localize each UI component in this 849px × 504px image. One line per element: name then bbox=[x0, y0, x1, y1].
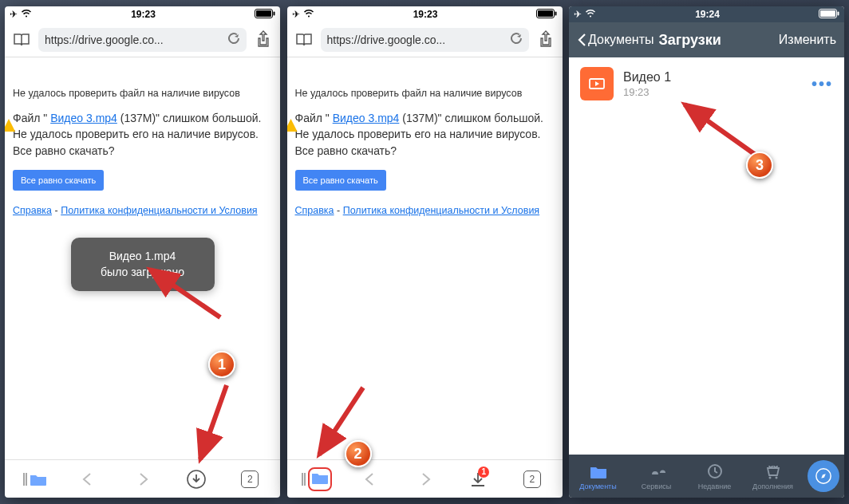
url-field[interactable]: https://drive.google.co... bbox=[321, 28, 529, 52]
svg-rect-16 bbox=[837, 11, 839, 15]
sidebar-toggle-btn[interactable] bbox=[299, 463, 334, 495]
airplane-icon: ✈ bbox=[574, 9, 582, 20]
phone-screen-1: ✈ 19:23 https://drive.google.co... Не у bbox=[5, 6, 280, 498]
browser-toolbar: https://drive.google.co... bbox=[287, 22, 563, 57]
tab-services[interactable]: Сервисы bbox=[633, 463, 681, 490]
download-anyway-button[interactable]: Все равно скачать bbox=[13, 170, 104, 191]
phone-screen-3: ✈ 19:24 Документы Загрузки Изменить Виде… bbox=[569, 6, 844, 498]
virus-warning-body: Файл " Видео 3.mp4 (137M)" слишком больш… bbox=[13, 110, 272, 159]
download-anyway-button[interactable]: Все равно скачать bbox=[295, 170, 386, 191]
download-toast: Видео 1.mp4 было загружено bbox=[71, 238, 215, 291]
share-icon[interactable] bbox=[251, 28, 275, 52]
callout-1: 1 bbox=[208, 351, 235, 378]
folder-icon bbox=[30, 472, 47, 486]
file-list: Видео 1 19:23 ••• bbox=[569, 57, 844, 455]
back-button[interactable]: Документы bbox=[577, 33, 654, 47]
nav-bar: Документы Загрузки Изменить bbox=[569, 22, 844, 57]
nav-title: Загрузки bbox=[658, 32, 721, 49]
status-time: 19:23 bbox=[413, 9, 438, 20]
status-bar: ✈ 19:24 bbox=[569, 6, 844, 22]
wifi-icon bbox=[21, 9, 32, 21]
tab-compass[interactable] bbox=[808, 460, 839, 492]
status-bar: ✈ 19:23 bbox=[5, 6, 280, 22]
url-text: https://drive.google.co... bbox=[45, 33, 223, 46]
browser-toolbar: https://drive.google.co... bbox=[5, 22, 280, 57]
file-time: 19:23 bbox=[623, 86, 802, 98]
tabs-btn[interactable]: 2 bbox=[232, 463, 267, 495]
battery-icon bbox=[819, 9, 839, 21]
footer-links: Справка - Политика конфиденциальности и … bbox=[13, 205, 272, 216]
share-icon[interactable] bbox=[534, 28, 558, 52]
battery-icon bbox=[255, 9, 275, 21]
help-link[interactable]: Справка bbox=[13, 205, 52, 216]
file-name: Видео 1 bbox=[623, 70, 802, 85]
wifi-icon bbox=[303, 9, 314, 21]
svg-rect-9 bbox=[538, 10, 553, 17]
tab-bar: Документы Сервисы Недавние Дополнения bbox=[569, 455, 844, 498]
tab-documents[interactable]: Документы bbox=[575, 463, 622, 490]
tabs-btn[interactable]: 2 bbox=[515, 463, 550, 495]
video-file-icon bbox=[580, 67, 614, 100]
status-time: 19:23 bbox=[131, 9, 156, 20]
edit-button[interactable]: Изменить bbox=[779, 33, 836, 47]
download-badge: 1 bbox=[478, 467, 489, 478]
virus-warning-title: Не удалось проверить файл на наличие вир… bbox=[295, 88, 555, 99]
forward-btn[interactable] bbox=[407, 463, 442, 495]
reload-icon[interactable] bbox=[510, 32, 523, 47]
svg-rect-1 bbox=[256, 10, 271, 17]
airplane-icon: ✈ bbox=[10, 9, 18, 20]
file-link[interactable]: Видео 3.mp4 bbox=[50, 112, 117, 124]
tab-recent[interactable]: Недавние bbox=[691, 463, 739, 490]
privacy-link[interactable]: Политика конфиденциальности и Условия bbox=[61, 205, 257, 216]
folder-highlight bbox=[308, 467, 332, 491]
file-link[interactable]: Видео 3.mp4 bbox=[333, 112, 400, 124]
sidebar-toggle-btn[interactable] bbox=[18, 463, 53, 495]
footer-links: Справка - Политика конфиденциальности и … bbox=[295, 205, 555, 216]
back-btn[interactable] bbox=[353, 463, 389, 495]
bottom-toolbar: 2 bbox=[5, 459, 280, 498]
status-time: 19:24 bbox=[695, 9, 720, 20]
status-bar: ✈ 19:23 bbox=[287, 6, 563, 22]
reload-icon[interactable] bbox=[227, 32, 240, 47]
virus-warning-body: Файл " Видео 3.mp4 (137M)" слишком больш… bbox=[295, 110, 555, 159]
downloads-btn[interactable] bbox=[179, 463, 214, 495]
page-content: Не удалось проверить файл на наличие вир… bbox=[287, 57, 563, 459]
file-meta: Видео 1 19:23 bbox=[623, 70, 802, 98]
svg-rect-10 bbox=[555, 11, 557, 15]
tab-addons[interactable]: Дополнения bbox=[749, 463, 797, 490]
svg-point-21 bbox=[775, 476, 777, 478]
svg-rect-15 bbox=[820, 10, 835, 17]
battery-icon bbox=[536, 9, 557, 21]
airplane-icon: ✈ bbox=[292, 9, 300, 20]
downloads-btn[interactable]: 1 bbox=[460, 463, 496, 495]
callout-2: 2 bbox=[345, 440, 372, 467]
file-row[interactable]: Видео 1 19:23 ••• bbox=[569, 57, 844, 110]
svg-point-20 bbox=[768, 476, 771, 478]
folder-icon bbox=[311, 471, 329, 485]
help-link[interactable]: Справка bbox=[295, 205, 334, 216]
wifi-icon bbox=[585, 9, 596, 21]
bottom-toolbar: 1 2 bbox=[287, 459, 563, 498]
privacy-link[interactable]: Политика конфиденциальности и Условия bbox=[343, 205, 539, 216]
callout-3: 3 bbox=[746, 152, 773, 179]
phone-screen-2: ✈ 19:23 https://drive.google.co... Не у bbox=[287, 6, 563, 498]
url-field[interactable]: https://drive.google.co... bbox=[38, 28, 247, 52]
file-more-btn[interactable]: ••• bbox=[811, 75, 833, 93]
forward-btn[interactable] bbox=[124, 463, 160, 495]
svg-rect-2 bbox=[273, 11, 274, 15]
virus-warning-title: Не удалось проверить файл на наличие вир… bbox=[13, 88, 272, 99]
book-icon[interactable] bbox=[10, 28, 34, 52]
back-btn[interactable] bbox=[71, 463, 106, 495]
book-icon[interactable] bbox=[292, 28, 316, 52]
